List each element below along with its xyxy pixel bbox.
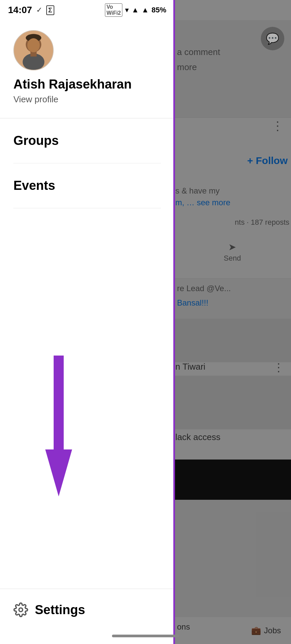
- svg-marker-7: [45, 356, 72, 496]
- purple-arrow-annotation: [40, 356, 77, 496]
- menu-item-groups[interactable]: Groups: [13, 118, 161, 163]
- signal2-icon: ▲: [141, 6, 149, 14]
- drawer-border: [173, 0, 175, 644]
- avatar[interactable]: [13, 30, 54, 70]
- gear-icon: [13, 602, 28, 617]
- menu-divider-2: [13, 208, 161, 208]
- sigma-icon: Σ: [46, 5, 54, 15]
- status-bar: 14:07 ✓ Σ VoWiFi2 ▾ ▲ ▲ 85%: [0, 0, 174, 20]
- svg-point-5: [27, 38, 40, 52]
- view-profile-link[interactable]: View profile: [13, 94, 161, 105]
- drawer-header: Atish Rajasekharan View profile: [0, 20, 174, 118]
- settings-item[interactable]: Settings: [13, 602, 161, 617]
- home-indicator: [112, 635, 179, 637]
- svg-point-6: [19, 608, 23, 612]
- signal-icon: ▲: [131, 6, 139, 14]
- wifi-signal-icon: ▾: [125, 6, 129, 14]
- drawer-menu: Groups Events: [0, 118, 174, 589]
- user-name: Atish Rajasekharan: [13, 77, 161, 92]
- avatar-svg: [14, 30, 53, 70]
- vowifi-icon: VoWiFi2: [105, 3, 123, 17]
- arrow-svg: [40, 356, 77, 496]
- status-time: 14:07: [8, 5, 32, 15]
- drawer-overlay: [174, 0, 291, 644]
- settings-label: Settings: [35, 603, 85, 617]
- battery-percent: 85%: [152, 6, 166, 14]
- menu-item-events[interactable]: Events: [13, 163, 161, 208]
- check-icon: ✓: [36, 6, 42, 14]
